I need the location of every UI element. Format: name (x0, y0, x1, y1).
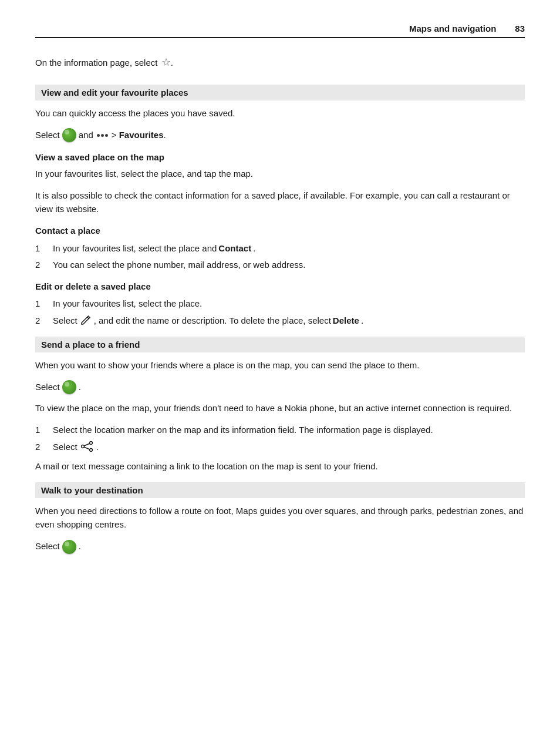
section-send-place-body: When you want to show your friends where… (35, 358, 525, 473)
contact-place-list: 1 In your favourites list, select the pl… (35, 241, 525, 272)
view-edit-intro: You can quickly access the places you ha… (35, 106, 525, 120)
section-send-place-title: Send a place to a friend (41, 340, 140, 350)
select-nokia-2: Select . (35, 380, 525, 394)
section-view-edit-favourites-title: View and edit your favourite places (41, 88, 188, 98)
list-item: 1 In your favourites list, select the pl… (35, 241, 525, 255)
subsection-view-saved-place-body: In your favourites list, select the plac… (35, 167, 525, 180)
send-place-steps: 1 Select the location marker on the map … (35, 423, 525, 454)
nokia-maps-icon-3 (62, 540, 76, 554)
send-place-extra: To view the place on the map, your frien… (35, 401, 525, 415)
edit-delete-title: Edit or delete a saved place (35, 280, 525, 293)
page-header: Maps and navigation 83 (35, 23, 525, 38)
section-view-edit-favourites-header: View and edit your favourite places (35, 85, 525, 100)
select-label-2: Select (35, 381, 60, 394)
svg-line-4 (84, 447, 90, 449)
section-send-place-header: Send a place to a friend (35, 337, 525, 352)
section-walk-destination-body: When you need directions to follow a rou… (35, 504, 525, 554)
send-place-closing: A mail or text message containing a link… (35, 459, 525, 473)
header-page-number: 83 (515, 23, 525, 33)
list-item: 1 In your favourites list, select the pl… (35, 297, 525, 310)
page: Maps and navigation 83 On the informatio… (0, 0, 560, 739)
select-label-3: Select (35, 540, 60, 553)
edit-delete-list: 1 In your favourites list, select the pl… (35, 297, 525, 327)
contact-place-title: Contact a place (35, 224, 525, 237)
select-nokia-dots-favourites: Select and > Favourites. (35, 128, 525, 142)
send-place-intro: When you want to show your friends where… (35, 358, 525, 372)
svg-line-3 (84, 444, 90, 446)
select-label-1: Select (35, 129, 60, 142)
intro-paragraph: On the information page, select ☆. (35, 55, 525, 70)
dots-menu-icon (97, 134, 108, 137)
header-title: Maps and navigation (409, 23, 496, 33)
svg-point-2 (81, 445, 84, 448)
and-text: and (79, 129, 93, 142)
section-view-edit-favourites-body: You can quickly access the places you ha… (35, 106, 525, 327)
nokia-maps-icon-1 (62, 128, 76, 142)
list-item: 2 Select , and edit the name or descript… (35, 314, 525, 327)
svg-point-0 (89, 442, 92, 445)
svg-point-1 (89, 449, 92, 452)
section-walk-destination-header: Walk to your destination (35, 482, 525, 498)
list-item: 2 Select . (35, 440, 525, 454)
walk-destination-intro: When you need directions to follow a rou… (35, 504, 525, 532)
nokia-maps-icon-2 (62, 380, 76, 394)
star-icon: ☆ (161, 55, 171, 70)
section-walk-destination-title: Walk to your destination (41, 485, 143, 495)
list-item: 1 Select the location marker on the map … (35, 423, 525, 436)
share-icon (79, 440, 95, 453)
subsection-view-saved-place-title: View a saved place on the map (35, 150, 525, 164)
favourites-label: > Favourites. (112, 129, 166, 142)
select-nokia-3: Select . (35, 540, 525, 554)
list-item: 2 You can select the phone number, mail … (35, 258, 525, 271)
edit-pencil-icon (79, 314, 92, 327)
contact-info-paragraph: It is also possible to check the contact… (35, 189, 525, 216)
